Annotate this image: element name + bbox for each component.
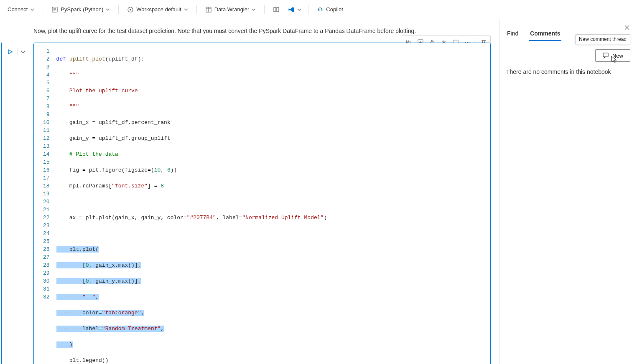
svg-point-6 — [318, 9, 320, 10]
chevron-down-icon — [252, 8, 256, 12]
comments-panel: Find Comments New comment thread New The… — [499, 19, 637, 364]
vscode-icon — [288, 6, 295, 13]
line-numbers: 1234567891011121314151617181920212223242… — [34, 43, 55, 364]
notebook-scroll[interactable]: Now, plot the uplift curve for the test … — [0, 19, 499, 364]
connect-dropdown[interactable]: Connect — [3, 4, 38, 15]
workspace-icon — [127, 6, 134, 13]
vscode-button[interactable] — [285, 5, 304, 15]
table-icon — [205, 6, 212, 13]
svg-rect-5 — [277, 8, 279, 12]
toolbar-separator — [118, 5, 119, 14]
svg-point-2 — [130, 9, 131, 10]
layout-button[interactable] — [269, 4, 284, 15]
top-toolbar: Connect PySpark (Python) Workspace defau… — [0, 0, 637, 19]
run-cell-button[interactable] — [5, 47, 15, 57]
kernel-dropdown[interactable]: PySpark (Python) — [47, 4, 114, 15]
empty-comments-message: There are no comments in this notebook — [506, 68, 630, 75]
code-cell-wrap: M↓ 1234567891011121314151617181920212223… — [33, 43, 499, 364]
chevron-down-icon — [297, 8, 301, 12]
copilot-icon — [317, 6, 324, 13]
cursor-icon — [611, 56, 617, 64]
layout-icon — [273, 6, 280, 13]
workspace-dropdown[interactable]: Workspace default — [123, 4, 192, 15]
notebook-icon — [51, 6, 58, 13]
cell-gutter — [5, 47, 25, 57]
chevron-down-icon — [184, 8, 188, 12]
tab-comments[interactable]: Comments — [529, 27, 561, 41]
comment-icon — [602, 52, 609, 59]
toolbar-separator — [196, 5, 197, 14]
wrangler-label: Data Wrangler — [214, 6, 250, 13]
main-area: Now, plot the uplift curve for the test … — [0, 19, 637, 364]
connect-label: Connect — [8, 6, 28, 13]
chevron-down-icon — [106, 8, 110, 12]
new-comment-button[interactable]: New — [595, 49, 630, 62]
svg-rect-4 — [274, 8, 276, 12]
copilot-label: Copilot — [326, 6, 343, 13]
toolbar-separator — [264, 5, 265, 14]
toolbar-separator — [308, 5, 308, 14]
markdown-cell: Now, plot the uplift curve for the test … — [33, 28, 499, 34]
code-body: 1234567891011121314151617181920212223242… — [34, 43, 490, 364]
tab-find[interactable]: Find — [506, 27, 519, 41]
gutter-separator — [18, 48, 18, 56]
data-wrangler-dropdown[interactable]: Data Wrangler — [201, 4, 260, 15]
workspace-label: Workspace default — [136, 6, 181, 13]
svg-point-7 — [321, 9, 322, 10]
notebook-column: Now, plot the uplift curve for the test … — [0, 19, 499, 364]
svg-rect-14 — [603, 53, 608, 57]
code-cell[interactable]: 1234567891011121314151617181920212223242… — [33, 43, 491, 364]
copilot-button[interactable]: Copilot — [313, 4, 347, 15]
chevron-down-icon — [30, 8, 34, 12]
code-content[interactable]: def uplift_plot(uplift_df): """ Plot the… — [55, 43, 490, 364]
cell-menu-chevron[interactable] — [20, 49, 25, 54]
toolbar-separator — [43, 5, 43, 14]
cell-active-indicator — [1, 43, 2, 364]
kernel-label: PySpark (Python) — [61, 6, 103, 13]
close-panel-button[interactable] — [623, 23, 631, 32]
new-comment-tooltip: New comment thread — [575, 34, 630, 44]
